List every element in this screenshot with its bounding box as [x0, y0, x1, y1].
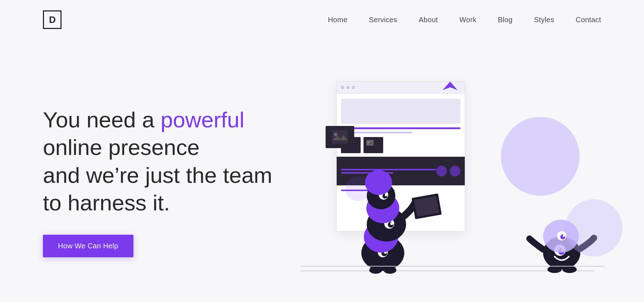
nav-about[interactable]: About [419, 16, 438, 24]
ground-line [301, 266, 605, 267]
svg-point-35 [562, 266, 577, 273]
svg-point-39 [563, 235, 565, 237]
svg-point-21 [390, 222, 393, 225]
logo-letter: D [49, 14, 55, 25]
monsters-illustration [301, 74, 623, 289]
main-nav: Home Services About Work Blog Styles Con… [328, 16, 601, 24]
svg-point-12 [369, 267, 382, 274]
hero-headline: You need a powerful online presence and … [43, 106, 293, 217]
nav-services[interactable]: Services [369, 16, 397, 24]
hero-illustration [301, 74, 623, 289]
headline-part1: You need a [43, 107, 161, 132]
svg-point-34 [547, 266, 562, 273]
svg-point-13 [384, 267, 396, 274]
site-header: D Home Services About Work Blog Styles C… [0, 0, 644, 39]
cta-button[interactable]: How We Can Help [43, 235, 133, 257]
nav-blog[interactable]: Blog [498, 16, 512, 24]
headline-accent: powerful [161, 107, 244, 132]
nav-styles[interactable]: Styles [534, 16, 554, 24]
nav-work[interactable]: Work [459, 16, 477, 24]
headline-part2: online presence [43, 135, 200, 160]
nav-contact[interactable]: Contact [576, 16, 601, 24]
headline-part3: and we’re just the team to harness it. [43, 163, 272, 215]
svg-point-26 [385, 194, 387, 196]
nav-home[interactable]: Home [328, 16, 348, 24]
hero-text-block: You need a powerful online presence and … [43, 106, 293, 257]
logo: D [43, 10, 62, 29]
svg-point-41 [345, 176, 370, 201]
svg-point-40 [565, 199, 623, 257]
hero-section: You need a powerful online presence and … [0, 39, 644, 302]
